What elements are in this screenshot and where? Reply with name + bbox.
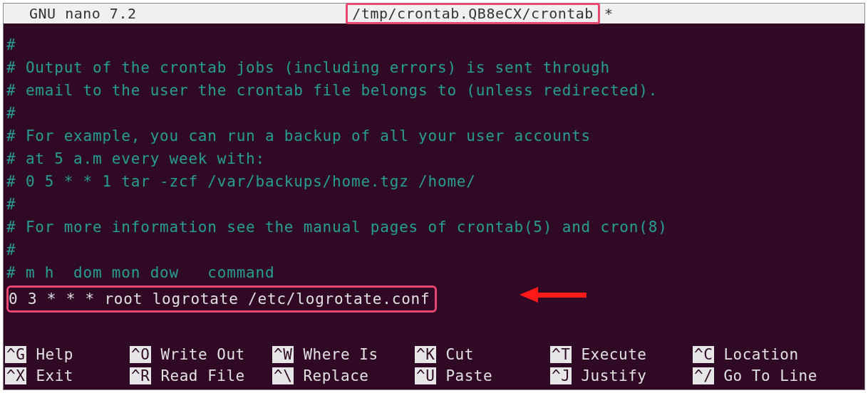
file-path: /tmp/crontab.QB8eCX/crontab (352, 5, 594, 22)
menu-where-is[interactable]: ^W Where Is (272, 346, 415, 363)
key-caret-c: ^C (693, 346, 714, 363)
menu-paste[interactable]: ^U Paste (415, 367, 550, 384)
menu-write-out[interactable]: ^O Write Out (130, 346, 272, 363)
cron-entry-row: 0 3 * * * root logrotate /etc/logrotate.… (6, 285, 437, 313)
menu-label: Execute (572, 346, 646, 363)
file-path-highlight: /tmp/crontab.QB8eCX/crontab (346, 3, 600, 24)
arrow-shaft-icon (538, 293, 587, 298)
comment-line: # For more information see the manual pa… (6, 216, 864, 239)
menu-execute[interactable]: ^T Execute (550, 346, 693, 363)
menu-label: Read File (151, 367, 244, 384)
comment-line: # (6, 193, 864, 216)
comment-line: # (6, 239, 864, 261)
menu-exit[interactable]: ^X Exit (5, 367, 130, 384)
key-caret-slash: ^/ (693, 367, 714, 384)
titlebar: GNU nano 7.2 /tmp/crontab.QB8eCX/crontab… (4, 4, 864, 23)
comment-line: # 0 5 * * 1 tar -zcf /var/backups/home.t… (6, 170, 864, 193)
menu-cut[interactable]: ^K Cut (415, 346, 550, 363)
modified-indicator: * (600, 5, 614, 22)
key-caret-o: ^O (130, 346, 151, 363)
comment-line: # at 5 a.m every week with: (6, 147, 864, 170)
menu-label: Go To Line (714, 367, 817, 384)
menu-label: Replace (294, 367, 368, 384)
menu-location[interactable]: ^C Location (693, 346, 863, 363)
menu-row-2: ^X Exit ^R Read File ^\ Replace ^U Paste… (5, 365, 863, 387)
menu-label: Where Is (294, 346, 378, 363)
annotation-arrow (520, 287, 587, 303)
comment-line: # email to the user the crontab file bel… (6, 79, 864, 102)
menu-label: Paste (436, 367, 492, 384)
menu-replace[interactable]: ^\ Replace (272, 367, 415, 384)
key-caret-t: ^T (550, 346, 572, 363)
menu-label: Cut (436, 346, 474, 363)
comment-line: # (6, 102, 864, 125)
comment-line: # (6, 33, 864, 56)
menu-label: Location (714, 346, 798, 363)
key-caret-k: ^K (415, 346, 436, 363)
arrow-head-icon (520, 287, 538, 303)
key-caret-u: ^U (415, 367, 436, 384)
menu-label: Exit (26, 367, 73, 384)
comment-line: # Output of the crontab jobs (including … (6, 56, 864, 79)
menu-row-1: ^G Help ^O Write Out ^W Where Is ^K Cut … (5, 344, 863, 365)
menu-read-file[interactable]: ^R Read File (130, 367, 272, 384)
key-caret-r: ^R (130, 367, 151, 384)
key-caret-backslash: ^\ (272, 367, 294, 384)
menu-go-to-line[interactable]: ^/ Go To Line (693, 367, 863, 384)
cron-entry-highlight: 0 3 * * * root logrotate /etc/logrotate.… (6, 285, 437, 313)
key-caret-x: ^X (5, 367, 26, 384)
nano-editor-window: GNU nano 7.2 /tmp/crontab.QB8eCX/crontab… (3, 3, 865, 390)
menu-label: Help (26, 346, 73, 363)
comment-line: # For example, you can run a backup of a… (6, 125, 864, 147)
menu-help[interactable]: ^G Help (5, 346, 130, 363)
editor-content[interactable]: # # Output of the crontab jobs (includin… (4, 23, 864, 313)
menu-justify[interactable]: ^J Justify (550, 367, 693, 384)
menu-label: Write Out (151, 346, 244, 363)
menu-label: Justify (572, 367, 646, 384)
comment-line: # m h dom mon dow command (6, 261, 864, 284)
key-caret-g: ^G (5, 346, 26, 363)
key-caret-w: ^W (272, 346, 294, 363)
app-name: GNU nano 7.2 (4, 5, 137, 22)
shortcut-menu: ^G Help ^O Write Out ^W Where Is ^K Cut … (4, 344, 864, 389)
key-caret-j: ^J (550, 367, 572, 384)
